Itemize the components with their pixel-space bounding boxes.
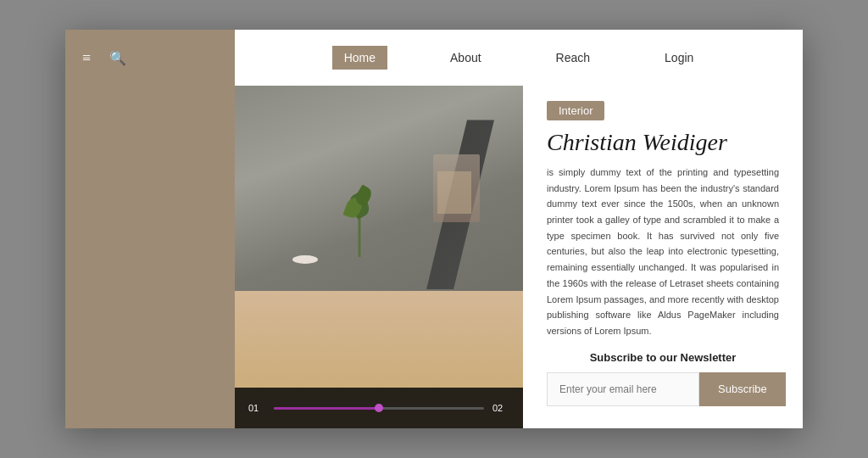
- floor: [235, 86, 523, 428]
- newsletter-label: Subscribe to our Newsletter: [547, 351, 779, 364]
- search-icon[interactable]: 🔍: [109, 50, 126, 66]
- nav-reach[interactable]: Reach: [544, 46, 602, 70]
- category-tag: Interior: [547, 101, 604, 120]
- nav-left: ≡ 🔍: [65, 30, 235, 86]
- main-content: 01 02 Interior Christian Weidiger is sim…: [65, 86, 803, 428]
- nav-right: Home About Reach Login: [235, 30, 803, 86]
- nav-home[interactable]: Home: [332, 46, 387, 70]
- subscribe-button[interactable]: Subscribe: [699, 372, 786, 406]
- main-window: ≡ 🔍 Home About Reach Login: [65, 30, 803, 428]
- right-content: Interior Christian Weidiger is simply du…: [523, 86, 803, 428]
- slide-end: 02: [492, 403, 509, 413]
- article-title: Christian Weidiger: [547, 129, 779, 156]
- menu-icon[interactable]: ≡: [82, 49, 91, 67]
- left-panel: [65, 86, 235, 428]
- slider-bar: 01 02: [235, 388, 523, 428]
- slide-track[interactable]: [274, 407, 484, 410]
- slide-start: 01: [248, 403, 265, 413]
- image-section: 01 02: [235, 86, 523, 428]
- email-input[interactable]: [547, 372, 699, 406]
- newsletter-form: Subscribe: [547, 372, 779, 406]
- nav-login[interactable]: Login: [653, 46, 705, 70]
- hero-image: [235, 86, 523, 428]
- slide-progress: [274, 407, 379, 410]
- article-body: is simply dummy text of the printing and…: [547, 165, 779, 339]
- nav-bar: ≡ 🔍 Home About Reach Login: [65, 30, 803, 86]
- nav-about[interactable]: About: [438, 46, 493, 70]
- slide-handle[interactable]: [375, 404, 383, 412]
